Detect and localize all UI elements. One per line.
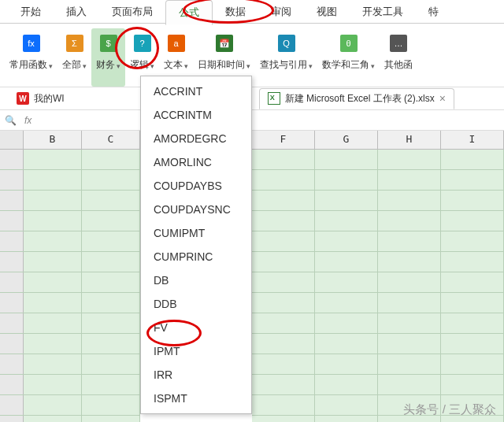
cell[interactable] (252, 334, 315, 354)
cell[interactable] (441, 191, 504, 210)
row-number[interactable] (0, 334, 24, 354)
cell[interactable] (441, 354, 504, 374)
cell[interactable] (82, 293, 140, 313)
cell[interactable] (82, 231, 140, 251)
cell[interactable] (315, 375, 378, 394)
cell[interactable] (315, 150, 378, 169)
ribbon-group-0[interactable]: fx常用函数 (5, 28, 57, 87)
table-row[interactable] (0, 313, 140, 334)
dropdown-item-ddb[interactable]: DDB (141, 292, 251, 316)
cell[interactable] (24, 272, 82, 292)
dropdown-item-irr[interactable]: IRR (141, 363, 251, 387)
row-number[interactable] (0, 252, 24, 272)
cell[interactable] (24, 211, 82, 231)
dropdown-item-db[interactable]: DB (141, 268, 251, 292)
cell[interactable] (315, 313, 378, 333)
table-row[interactable] (0, 395, 140, 416)
table-row[interactable] (252, 252, 504, 272)
dropdown-item-accrint[interactable]: ACCRINT (141, 80, 251, 103)
cell[interactable] (252, 313, 315, 333)
cell[interactable] (252, 150, 315, 169)
cell[interactable] (82, 334, 140, 354)
dropdown-item-ispmt[interactable]: ISPMT (141, 387, 251, 410)
dropdown-item-coupdaysnc[interactable]: COUPDAYSNC (141, 198, 251, 221)
cell[interactable] (24, 191, 82, 210)
cell[interactable] (441, 272, 504, 292)
cell[interactable] (252, 211, 315, 231)
table-row[interactable] (252, 293, 504, 313)
cells-left[interactable] (0, 150, 140, 422)
row-number[interactable] (0, 170, 24, 190)
cell[interactable] (24, 252, 82, 272)
cell[interactable] (315, 395, 378, 415)
row-number[interactable] (0, 354, 24, 374)
cell[interactable] (315, 170, 378, 190)
cell[interactable] (24, 170, 82, 190)
cell[interactable] (82, 252, 140, 272)
cell[interactable] (252, 354, 315, 374)
ribbon-group-1[interactable]: Σ全部 (57, 28, 91, 87)
dropdown-item-coupdaybs[interactable]: COUPDAYBS (141, 174, 251, 198)
cell[interactable] (252, 191, 315, 210)
cell[interactable] (82, 191, 140, 210)
row-number[interactable] (0, 231, 24, 251)
table-row[interactable] (252, 375, 504, 395)
dropdown-item-amorlinc[interactable]: AMORLINC (141, 150, 251, 174)
doc-tab-wps[interactable]: W 我的WI (8, 88, 73, 109)
col-header-g[interactable]: G (315, 131, 378, 149)
table-row[interactable] (252, 191, 504, 211)
cell[interactable] (252, 272, 315, 292)
row-number[interactable] (0, 395, 24, 415)
cell[interactable] (441, 170, 504, 190)
cell[interactable] (24, 293, 82, 313)
table-row[interactable] (252, 231, 504, 252)
dropdown-item-accrintm[interactable]: ACCRINTM (141, 103, 251, 127)
grid-corner[interactable] (0, 131, 24, 149)
cell[interactable] (24, 231, 82, 251)
cell[interactable] (252, 170, 315, 190)
table-row[interactable] (252, 334, 504, 354)
cell[interactable] (441, 231, 504, 251)
menu-tab-review[interactable]: 审阅 (258, 0, 304, 24)
cell[interactable] (82, 150, 140, 169)
menu-tab-extra[interactable]: 特 (416, 0, 451, 24)
row-number[interactable] (0, 150, 24, 169)
cell[interactable] (24, 334, 82, 354)
cell[interactable] (378, 313, 441, 333)
row-number[interactable] (0, 293, 24, 313)
dropdown-item-ipmt[interactable]: IPMT (141, 339, 251, 363)
doc-tab-active[interactable]: 新建 Microsoft Excel 工作表 (2).xlsx × (259, 88, 454, 109)
cell[interactable] (24, 354, 82, 374)
cell[interactable] (378, 231, 441, 251)
doc-close-icon[interactable]: × (439, 92, 446, 105)
cell[interactable] (441, 375, 504, 394)
dropdown-item-fv[interactable]: FV (141, 316, 251, 339)
cell[interactable] (252, 416, 315, 422)
table-row[interactable] (0, 354, 140, 375)
cell[interactable] (378, 150, 441, 169)
cell[interactable] (82, 272, 140, 292)
cell[interactable] (315, 334, 378, 354)
cell[interactable] (252, 293, 315, 313)
cell[interactable] (82, 211, 140, 231)
ribbon-group-7[interactable]: θ数学和三角 (317, 28, 380, 87)
cell[interactable] (252, 231, 315, 251)
cell[interactable] (378, 354, 441, 374)
menu-tab-insert[interactable]: 插入 (54, 0, 99, 24)
table-row[interactable] (252, 150, 504, 170)
cell[interactable] (252, 395, 315, 415)
table-row[interactable] (0, 252, 140, 272)
table-row[interactable] (0, 375, 140, 395)
cell[interactable] (315, 272, 378, 292)
menu-tab-layout[interactable]: 页面布局 (99, 0, 165, 24)
table-row[interactable] (0, 293, 140, 313)
row-number[interactable] (0, 272, 24, 292)
table-row[interactable] (252, 272, 504, 293)
dropdown-item-amordegrc[interactable]: AMORDEGRC (141, 127, 251, 150)
cell[interactable] (82, 170, 140, 190)
zoom-icon[interactable] (5, 115, 17, 126)
cell[interactable] (378, 211, 441, 231)
table-row[interactable] (0, 416, 140, 422)
cell[interactable] (24, 150, 82, 169)
col-header-f[interactable]: F (252, 131, 315, 149)
